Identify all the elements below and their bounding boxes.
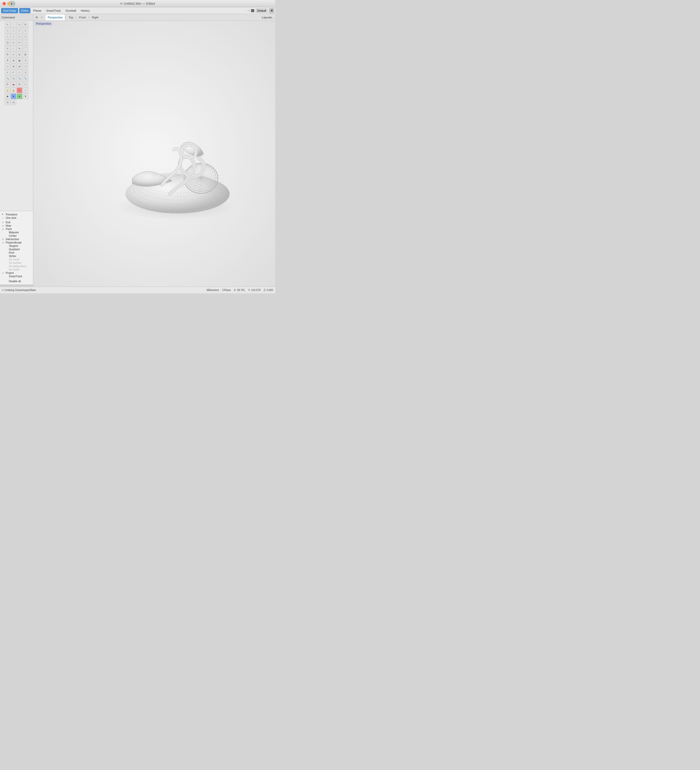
snap-vertex[interactable]: Vertex: [2, 254, 31, 258]
layouts-icon[interactable]: ⊞: [269, 8, 274, 13]
menu-icon: ≡: [2, 289, 4, 291]
snap-center[interactable]: Center: [2, 234, 31, 238]
explode-tool[interactable]: ⊄: [16, 52, 22, 57]
snap-on-surface[interactable]: On surface: [2, 261, 31, 265]
snap-persistent[interactable]: Persistent: [2, 213, 31, 216]
rect-tool[interactable]: □: [16, 28, 22, 34]
layouts-button[interactable]: Layouts...: [262, 16, 274, 19]
flow-tool[interactable]: □: [23, 64, 28, 69]
close-button[interactable]: [3, 2, 6, 5]
distance-tool[interactable]: ○: [16, 70, 22, 75]
snap-point[interactable]: Point: [2, 227, 31, 231]
snap-intersection[interactable]: Intersection: [2, 238, 31, 241]
snap-disable-all[interactable]: Disable all: [2, 280, 31, 283]
mesh-tool[interactable]: ◫: [5, 40, 10, 45]
spline-tool[interactable]: ∫: [11, 34, 16, 39]
snap-project[interactable]: Project: [2, 271, 31, 275]
color-tool[interactable]: ●: [16, 87, 22, 93]
dim-tool[interactable]: ⊞: [11, 58, 16, 63]
offset-tool[interactable]: ⊂: [5, 46, 10, 52]
history-button[interactable]: History: [79, 8, 91, 13]
check-tool[interactable]: ✓: [5, 70, 10, 75]
statusbar-right: Millimeters CPlane X: 39.791 Y: 124.078 …: [207, 289, 273, 291]
snap-on-curve[interactable]: On curve: [2, 258, 31, 261]
fillet-tool[interactable]: ∿: [11, 40, 16, 45]
tab-top[interactable]: Top: [66, 15, 75, 20]
cplane-display[interactable]: CPlane: [222, 289, 231, 291]
smarttrack-button[interactable]: SmartTrack: [44, 8, 63, 13]
rotate-view-tool[interactable]: ⟳: [5, 81, 10, 87]
intersect-tool[interactable]: ✕: [16, 46, 22, 52]
zoom-all-tool[interactable]: 🔍: [23, 76, 28, 81]
triangle-tool[interactable]: ▼: [23, 94, 28, 99]
boolean-tool[interactable]: ⊞: [11, 64, 16, 69]
curve-tool[interactable]: ∿: [16, 22, 22, 28]
extend-tool[interactable]: →: [23, 40, 28, 45]
circle-tool[interactable]: ○: [5, 28, 10, 34]
rebuild-tool[interactable]: ⟳: [5, 52, 10, 57]
light-tool[interactable]: 💡: [5, 87, 10, 93]
render-tool[interactable]: ●: [11, 94, 16, 99]
left-panel-scrollbar[interactable]: [0, 285, 33, 286]
units-display[interactable]: Millimeters: [207, 289, 219, 291]
analyze-tool[interactable]: ✓: [11, 70, 16, 75]
x-coord: X: 39.791: [234, 289, 245, 291]
snap-midpoint[interactable]: Midpoint: [2, 231, 31, 234]
zoom-tool[interactable]: 🔍: [5, 76, 10, 81]
trim-tool[interactable]: ✂: [16, 40, 22, 45]
snap-one-shot[interactable]: One shot: [2, 216, 31, 220]
material-tool[interactable]: ○: [23, 87, 28, 93]
polygon-tool[interactable]: □: [23, 28, 28, 34]
select-tool[interactable]: ↖: [5, 22, 10, 28]
drive-tool[interactable]: 🚗: [11, 81, 16, 87]
layer-tool[interactable]: ◉: [5, 94, 10, 99]
viewport-3d[interactable]: Perspective: [33, 21, 275, 286]
point-tool[interactable]: ·: [11, 22, 16, 28]
collapse-sidebar-button[interactable]: ◧: [9, 1, 15, 6]
arc-tool[interactable]: ○: [5, 34, 10, 39]
snap-perpendicular[interactable]: Perpendicular: [2, 241, 31, 244]
ellipse-tool[interactable]: ○: [11, 28, 16, 34]
snap-tangent[interactable]: Tangent: [2, 244, 31, 247]
snap-smarttrack[interactable]: SmartTrack: [2, 275, 31, 278]
ortho-button[interactable]: Ortho: [19, 8, 31, 13]
direction-tool[interactable]: ↗: [23, 70, 28, 75]
display-mode-select[interactable]: Default: [256, 8, 267, 13]
join-tool[interactable]: ⊃: [11, 52, 16, 57]
four-viewport-icon[interactable]: ⊞: [34, 15, 39, 20]
lock-tool[interactable]: 🔒: [11, 87, 16, 93]
toolbar: Grid Snap Ortho Planar SmartTrack Gumbal…: [0, 7, 275, 14]
grid-tool[interactable]: ⊡: [5, 99, 10, 105]
snap-quadrant[interactable]: Quadrant: [2, 247, 31, 251]
snap-on-mesh[interactable]: On mesh: [2, 268, 31, 271]
single-viewport-icon[interactable]: □: [39, 15, 44, 20]
gumball-button[interactable]: Gumball: [63, 8, 78, 13]
project-curve-tool[interactable]: ↓: [11, 46, 16, 52]
tab-sep-3: |: [89, 16, 89, 19]
tab-front[interactable]: Front: [77, 15, 88, 20]
hatch-tool[interactable]: ▦: [16, 58, 22, 63]
grid-snap-button[interactable]: Grid Snap: [1, 8, 18, 13]
zoom-window-tool[interactable]: 🔍: [11, 76, 16, 81]
snap-knot[interactable]: Knot: [2, 251, 31, 254]
surface-tool[interactable]: □: [16, 34, 22, 39]
tab-perspective[interactable]: Perspective: [46, 15, 65, 20]
walkthrough-tool[interactable]: 👁: [16, 81, 22, 87]
snap-near[interactable]: Near: [2, 224, 31, 227]
rotate-tool[interactable]: ↻: [23, 22, 28, 28]
text-tool[interactable]: T: [5, 58, 10, 63]
env-tool[interactable]: ●: [16, 94, 22, 99]
planar-button[interactable]: Planar: [31, 8, 43, 13]
cage-tool[interactable]: ⊞: [16, 64, 22, 69]
solid-tool[interactable]: □: [5, 64, 10, 69]
snap-end[interactable]: End: [2, 221, 31, 224]
gumball-tool2[interactable]: ⊡: [11, 99, 16, 105]
camera-tool[interactable]: □: [23, 81, 28, 87]
zoom-sel-tool[interactable]: 🔍: [16, 76, 22, 81]
blend-tool[interactable]: ⌒: [23, 46, 28, 52]
snap-on-polysurface[interactable]: On polysurface: [2, 265, 31, 268]
leader-tool[interactable]: ↗: [23, 58, 28, 63]
tab-right[interactable]: Right: [90, 15, 101, 20]
group-tool[interactable]: ⊞: [23, 52, 28, 57]
extrude-tool[interactable]: □: [23, 34, 28, 39]
